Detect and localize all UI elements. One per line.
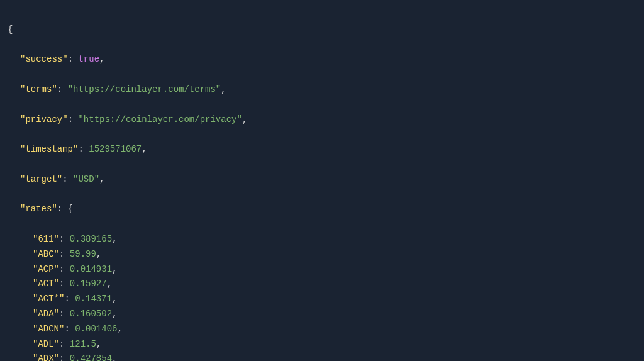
rate-line: "ADX": 0.427854, bbox=[8, 352, 636, 361]
rate-key: "611" bbox=[33, 234, 59, 244]
line-success: "success": true, bbox=[8, 52, 636, 67]
rate-line: "611": 0.389165, bbox=[8, 232, 636, 247]
key-privacy: "privacy" bbox=[20, 114, 68, 125]
rate-line: "ADL": 121.5, bbox=[8, 337, 636, 352]
rate-key: "ADX" bbox=[33, 353, 59, 361]
value-target: "USD" bbox=[73, 174, 99, 184]
rate-line: "ACT": 0.15927, bbox=[8, 277, 636, 292]
rate-key: "ADA" bbox=[33, 309, 59, 319]
rate-value: 0.160502 bbox=[70, 309, 112, 319]
rate-line: "ACP": 0.014931, bbox=[8, 262, 636, 277]
rate-key: "ABC" bbox=[33, 249, 59, 259]
json-code-block: { "success": true, "terms": "https://coi… bbox=[8, 8, 636, 361]
rate-value: 0.014931 bbox=[70, 264, 112, 274]
value-privacy: "https://coinlayer.com/privacy" bbox=[78, 114, 242, 125]
line-open-brace: { bbox=[8, 23, 636, 38]
line-timestamp: "timestamp": 1529571067, bbox=[8, 142, 636, 157]
rate-value: 0.15927 bbox=[70, 279, 107, 289]
rate-key: "ACP" bbox=[33, 264, 59, 274]
rate-value: 121.5 bbox=[70, 339, 96, 349]
rate-key: "ACT*" bbox=[33, 294, 64, 304]
rate-line: "ADCN": 0.001406, bbox=[8, 322, 636, 337]
rate-line: "ABC": 59.99, bbox=[8, 247, 636, 262]
key-timestamp: "timestamp" bbox=[20, 144, 78, 154]
rate-value: 0.427854 bbox=[70, 353, 112, 361]
value-terms: "https://coinlayer.com/terms" bbox=[68, 84, 221, 94]
key-success: "success" bbox=[20, 54, 68, 64]
value-success: true bbox=[78, 54, 99, 64]
key-terms: "terms" bbox=[20, 84, 57, 94]
line-target: "target": "USD", bbox=[8, 172, 636, 187]
rate-line: "ACT*": 0.14371, bbox=[8, 292, 636, 307]
rate-value: 59.99 bbox=[70, 249, 96, 259]
rate-line: "ADA": 0.160502, bbox=[8, 307, 636, 322]
rate-key: "ADCN" bbox=[33, 324, 64, 334]
key-target: "target" bbox=[20, 174, 62, 184]
rate-key: "ADL" bbox=[33, 339, 59, 349]
line-rates-open: "rates": { bbox=[8, 202, 636, 217]
line-terms: "terms": "https://coinlayer.com/terms", bbox=[8, 82, 636, 97]
rate-key: "ACT" bbox=[33, 279, 59, 289]
rate-value: 0.001406 bbox=[75, 324, 117, 334]
value-timestamp: 1529571067 bbox=[89, 144, 142, 154]
rate-value: 0.14371 bbox=[75, 294, 112, 304]
rate-value: 0.389165 bbox=[70, 234, 112, 244]
line-privacy: "privacy": "https://coinlayer.com/privac… bbox=[8, 113, 636, 128]
key-rates: "rates" bbox=[20, 204, 57, 214]
